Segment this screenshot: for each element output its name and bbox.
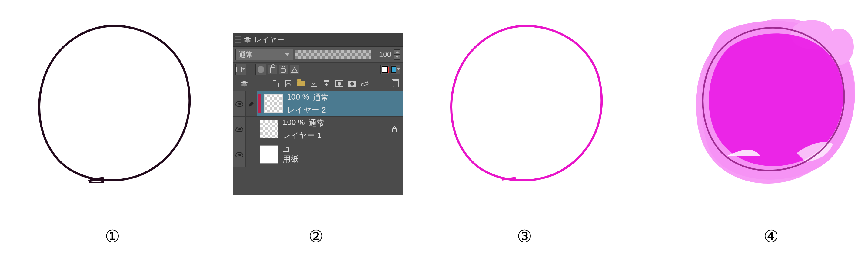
lock-paint-icon <box>280 66 287 73</box>
layer-toolbar <box>233 77 403 91</box>
visibility-toggle[interactable] <box>233 91 246 116</box>
layer-mode-text: 通常 <box>313 92 329 103</box>
delete-layer-button[interactable] <box>391 80 400 88</box>
layer-thumbnail[interactable] <box>260 119 278 138</box>
ruler-icon <box>361 80 369 88</box>
layer-name[interactable]: レイヤー 2 <box>287 105 403 115</box>
blend-mode-select[interactable]: 通常 <box>236 49 293 60</box>
clip-mode-button[interactable] <box>236 64 246 75</box>
lock-pos-button[interactable] <box>279 65 288 74</box>
layer-opacity-text: 100 % <box>287 92 309 103</box>
indent-col <box>246 142 257 167</box>
svg-rect-9 <box>361 82 368 86</box>
layer-color-swatch <box>392 66 396 73</box>
page-icon <box>273 80 279 87</box>
eye-icon <box>236 101 243 107</box>
svg-point-8 <box>350 82 354 86</box>
trash-icon <box>393 80 399 87</box>
layer-name[interactable]: 用紙 <box>283 154 403 165</box>
layer-row-layer2[interactable]: 100 % 通常 レイヤー 2 <box>233 91 403 116</box>
merge-down-icon <box>323 80 330 88</box>
layer-thumbnail[interactable] <box>264 94 283 113</box>
step-label-1: ① <box>105 226 120 246</box>
layer-mask-button[interactable] <box>335 80 344 88</box>
svg-rect-4 <box>324 80 329 82</box>
ruler-button[interactable] <box>360 80 369 88</box>
layer-row-paper[interactable]: 用紙 <box>233 142 403 168</box>
layer-row-layer1[interactable]: 100 % 通常 レイヤー 1 <box>233 116 403 142</box>
mask-button[interactable] <box>255 64 266 75</box>
new-vector-layer-button[interactable] <box>284 80 293 88</box>
step-label-4: ④ <box>764 226 779 246</box>
layer-label-col: 100 % 通常 レイヤー 2 <box>285 91 403 116</box>
lock-transparent-button[interactable] <box>268 65 277 74</box>
apply-mask-icon <box>348 80 356 87</box>
svg-point-6 <box>338 82 341 86</box>
layer-list: 100 % 通常 レイヤー 2 100 % 通常 <box>233 91 403 195</box>
apply-mask-button[interactable] <box>347 80 356 88</box>
layer-settings-row <box>233 62 403 77</box>
folder-icon <box>297 81 305 86</box>
spinner-down-icon[interactable] <box>394 55 400 60</box>
chevron-down-icon <box>285 53 290 56</box>
layer-label-col: 100 % 通常 レイヤー 1 <box>281 116 386 142</box>
tutorial-stage: レイヤー 通常 100 <box>0 0 868 257</box>
visibility-toggle[interactable] <box>233 116 246 142</box>
step-1-drawing <box>33 20 197 184</box>
svg-rect-0 <box>237 67 242 72</box>
eye-icon <box>236 126 243 132</box>
layer-color-strip <box>258 94 261 113</box>
layer-panel: レイヤー 通常 100 <box>233 33 403 195</box>
chevron-down-icon <box>242 68 245 70</box>
opacity-spinner[interactable] <box>394 50 400 60</box>
paper-type-icon <box>283 145 289 152</box>
svg-rect-3 <box>311 86 317 87</box>
opacity-value: 100 <box>373 50 392 59</box>
mask-icon <box>257 66 264 73</box>
pen-icon <box>248 100 255 107</box>
layers-icon <box>243 36 252 44</box>
layer-color-button[interactable] <box>391 65 400 74</box>
svg-rect-1 <box>281 68 285 72</box>
mask-icon <box>335 80 343 87</box>
panel-title: レイヤー <box>254 35 284 45</box>
layer-mode-text: 通常 <box>309 118 324 128</box>
step-label-3: ③ <box>517 226 532 246</box>
panel-grip-icon[interactable] <box>236 35 241 44</box>
layer-thumbnail[interactable] <box>260 145 278 164</box>
new-folder-button[interactable] <box>297 80 306 88</box>
reference-button[interactable] <box>290 65 299 74</box>
spinner-up-icon[interactable] <box>394 50 400 55</box>
lock-icon <box>392 126 398 133</box>
color-indicator-icon <box>382 66 388 73</box>
chevron-down-icon <box>397 68 400 70</box>
opacity-slider[interactable] <box>295 50 371 59</box>
transfer-down-button[interactable] <box>309 80 318 88</box>
step-2-layer-panel-wrap: レイヤー 通常 100 <box>233 33 403 195</box>
lock-icon <box>270 67 275 74</box>
layers-stack-icon[interactable] <box>240 80 249 88</box>
color-indicator-button[interactable] <box>380 65 389 74</box>
svg-rect-10 <box>392 128 397 132</box>
vector-page-icon <box>284 80 292 88</box>
circle-painted-magenta <box>691 13 861 189</box>
circle-outline-magenta <box>445 20 609 183</box>
layer-name[interactable]: レイヤー 1 <box>283 130 386 141</box>
new-raster-layer-button[interactable] <box>271 80 280 88</box>
transfer-down-icon <box>310 80 317 88</box>
visibility-toggle[interactable] <box>233 142 246 167</box>
lock-indicator[interactable] <box>391 125 398 133</box>
eye-icon <box>236 152 243 158</box>
blend-mode-value: 通常 <box>239 50 253 59</box>
step-4-drawing <box>691 13 861 191</box>
active-draw-indicator <box>246 91 257 116</box>
panel-titlebar[interactable]: レイヤー <box>233 33 403 47</box>
circle-outline-dark <box>33 20 197 183</box>
step-3-drawing <box>445 20 609 184</box>
reference-icon <box>291 66 298 73</box>
blend-opacity-row: 通常 100 <box>233 47 403 62</box>
step-label-2: ② <box>308 226 323 246</box>
layer-opacity-text: 100 % <box>283 118 305 128</box>
indent-col <box>246 116 257 142</box>
merge-down-button[interactable] <box>322 80 331 88</box>
